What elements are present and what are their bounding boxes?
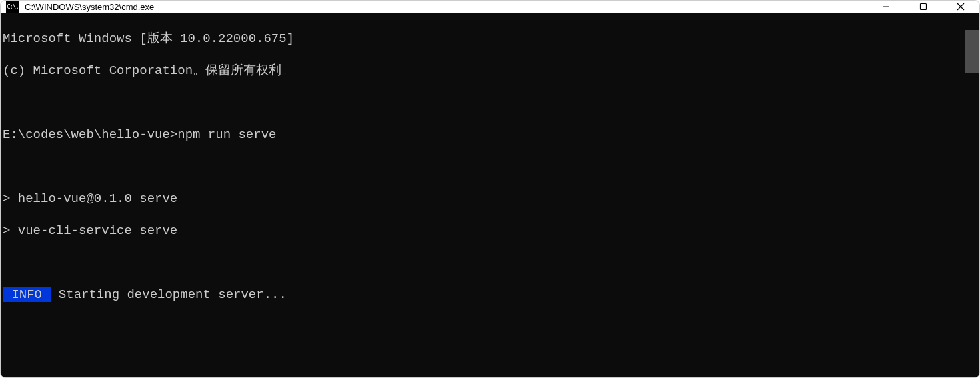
info-line: INFO Starting development server...: [3, 287, 965, 303]
titlebar[interactable]: C:\. C:\WINDOWS\system32\cmd.exe: [1, 1, 979, 13]
terminal-output[interactable]: Microsoft Windows [版本 10.0.22000.675] (c…: [1, 13, 965, 378]
maximize-button[interactable]: [905, 1, 942, 13]
scrollbar-thumb[interactable]: [965, 30, 979, 73]
banner-line: Microsoft Windows [版本 10.0.22000.675]: [3, 31, 965, 47]
cmd-icon: C:\.: [6, 1, 19, 13]
cmd-window: C:\. C:\WINDOWS\system32\cmd.exe Microso…: [0, 0, 980, 378]
blank-line: [3, 351, 965, 367]
svg-rect-1: [921, 4, 927, 10]
scrollbar-track-top[interactable]: [965, 13, 979, 30]
blank-line: [3, 255, 965, 271]
window-controls: [867, 1, 979, 13]
window-title: C:\WINDOWS\system32\cmd.exe: [25, 2, 154, 12]
blank-line: [3, 319, 965, 335]
blank-line: [3, 159, 965, 175]
info-badge: INFO: [3, 287, 51, 302]
copyright-line: (c) Microsoft Corporation。保留所有权利。: [3, 63, 965, 79]
prompt-line: E:\codes\web\hello-vue>npm run serve: [3, 127, 965, 143]
scrollbar[interactable]: [965, 13, 979, 378]
minimize-button[interactable]: [867, 1, 905, 13]
close-button[interactable]: [942, 1, 979, 13]
blank-line: [3, 95, 965, 111]
npm-script-line: > vue-cli-service serve: [3, 223, 965, 239]
npm-script-line: > hello-vue@0.1.0 serve: [3, 191, 965, 207]
terminal-area: Microsoft Windows [版本 10.0.22000.675] (c…: [1, 13, 979, 378]
